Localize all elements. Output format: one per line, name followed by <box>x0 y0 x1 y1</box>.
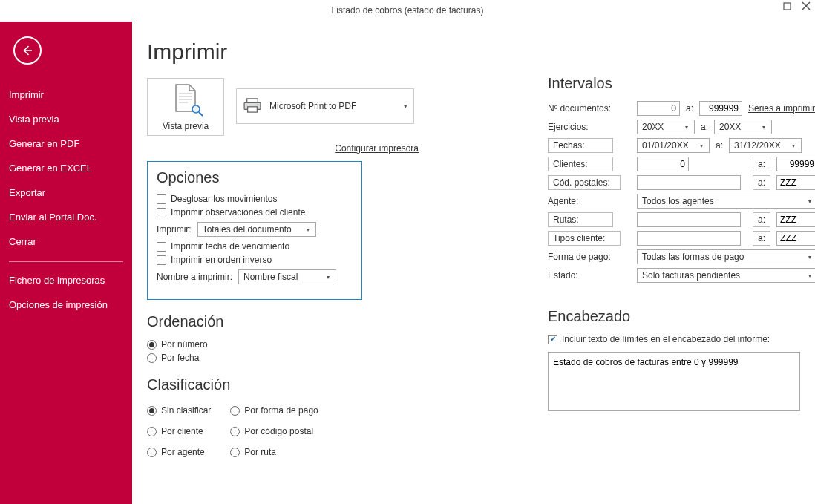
clientes-label[interactable]: Clientes: <box>548 157 613 171</box>
title-bar: Listado de cobros (estado de facturas) <box>0 0 815 21</box>
agente-value: Todos los agentes <box>642 196 714 206</box>
radio-por-forma-pago[interactable]: Por forma de pago <box>230 405 318 416</box>
ejercicios-to-value: 20XX <box>719 122 741 132</box>
cpostales-from-input[interactable] <box>637 175 741 190</box>
rutas-from-input[interactable] <box>637 212 741 227</box>
chevron-down-icon: ▾ <box>404 102 408 110</box>
radio-icon <box>230 427 240 436</box>
fechas-from-combo[interactable]: 01/01/20XX ▾ <box>637 138 710 153</box>
forma-pago-combo[interactable]: Todas las formas de pago ▾ <box>637 249 815 264</box>
tipos-from-input[interactable] <box>637 231 741 246</box>
radio-por-codigo-postal-label: Por código postal <box>244 426 313 436</box>
tipos-cliente-label[interactable]: Tipos cliente: <box>548 231 621 246</box>
sidebar-item-vista-previa[interactable]: Vista previa <box>0 107 132 131</box>
intervalos-title: Intervalos <box>548 75 800 92</box>
radio-por-fecha[interactable]: Por fecha <box>147 353 414 363</box>
clientes-from-input[interactable] <box>637 157 689 171</box>
sidebar-item-opciones-impresion[interactable]: Opciones de impresión <box>0 292 132 317</box>
window-close-icon[interactable] <box>802 1 811 10</box>
radio-por-codigo-postal[interactable]: Por código postal <box>230 426 318 436</box>
chevron-down-icon: ▾ <box>681 122 692 132</box>
encabezado-group: Encabezado ✔ Incluir texto de límites en… <box>548 308 800 413</box>
sidebar-item-exportar[interactable]: Exportar <box>0 180 132 205</box>
sidebar-item-enviar-portal[interactable]: Enviar al Portal Doc. <box>0 205 132 229</box>
imprimir-combo[interactable]: Totales del documento ▾ <box>197 222 316 237</box>
ejercicios-to-combo[interactable]: 20XX ▾ <box>714 120 772 134</box>
chevron-down-icon: ▾ <box>788 140 799 151</box>
radio-por-cliente[interactable]: Por cliente <box>147 426 211 436</box>
radio-por-ruta[interactable]: Por ruta <box>230 447 318 457</box>
chk-orden-inverso-label: Imprimir en orden inverso <box>171 255 272 265</box>
window-maximize-icon[interactable] <box>782 1 791 10</box>
radio-por-fecha-label: Por fecha <box>161 353 199 363</box>
chk-desglosar-label: Desglosar los movimientos <box>171 194 277 204</box>
encabezado-textarea[interactable] <box>548 352 800 411</box>
rutas-label[interactable]: Rutas: <box>548 212 613 227</box>
chevron-down-icon: ▾ <box>805 196 815 206</box>
checkbox-icon <box>157 255 166 265</box>
agente-combo[interactable]: Todos los agentes ▾ <box>637 194 815 209</box>
sidebar-item-generar-excel[interactable]: Generar en EXCEL <box>0 156 132 180</box>
a-label-boxed[interactable]: a: <box>753 157 770 171</box>
printer-icon <box>243 98 262 115</box>
ordenacion-group: Ordenación Por número Por fecha <box>147 313 414 363</box>
rutas-to-input[interactable] <box>776 212 815 227</box>
imprimir-label: Imprimir: <box>157 224 192 235</box>
ejercicios-from-combo[interactable]: 20XX ▾ <box>637 120 695 134</box>
sidebar-item-fichero-impresoras[interactable]: Fichero de impresoras <box>0 268 132 292</box>
fechas-label[interactable]: Fechas: <box>548 138 613 153</box>
checkbox-icon <box>157 194 166 204</box>
agente-label: Agente: <box>548 196 637 206</box>
sidebar-item-cerrar[interactable]: Cerrar <box>0 229 132 254</box>
radio-icon <box>230 406 240 416</box>
cpostales-label[interactable]: Cód. postales: <box>548 175 621 190</box>
chk-incluir-texto-limites[interactable]: ✔ Incluir texto de límites en el encabez… <box>548 334 800 344</box>
vista-previa-label: Vista previa <box>163 121 209 131</box>
svg-point-5 <box>257 104 258 105</box>
clientes-to-input[interactable] <box>776 157 815 171</box>
encabezado-title: Encabezado <box>548 308 800 325</box>
page-title: Imprimir <box>147 39 414 65</box>
printer-selector[interactable]: Microsoft Print to PDF ▾ <box>236 88 414 124</box>
fechas-to-combo[interactable]: 31/12/20XX ▾ <box>729 138 802 153</box>
radio-por-numero[interactable]: Por número <box>147 339 414 350</box>
radio-sin-clasificar-label: Sin clasificar <box>161 405 211 416</box>
opciones-title: Opciones <box>157 169 353 186</box>
radio-icon <box>147 427 157 436</box>
configure-printer-link[interactable]: Configurar impresora <box>335 143 419 154</box>
radio-icon <box>147 340 157 350</box>
forma-pago-value: Todas las formas de pago <box>642 252 744 262</box>
clasificacion-title: Clasificación <box>147 376 414 393</box>
radio-por-agente-label: Por agente <box>161 447 205 457</box>
chevron-down-icon: ▾ <box>696 140 707 151</box>
back-button[interactable] <box>13 36 42 65</box>
estado-combo[interactable]: Solo facturas pendientes ▾ <box>637 268 815 283</box>
checkbox-checked-icon: ✔ <box>548 335 557 344</box>
ejercicios-label: Ejercicios: <box>548 122 637 132</box>
nombre-imprimir-combo[interactable]: Nombre fiscal ▾ <box>238 269 336 284</box>
fechas-from-value: 01/01/20XX <box>642 140 689 151</box>
chk-desglosar[interactable]: Desglosar los movimientos <box>157 194 353 204</box>
chk-observaciones[interactable]: Imprimir observaciones del cliente <box>157 207 353 217</box>
radio-icon <box>147 448 157 457</box>
ndoc-from-input[interactable] <box>637 101 680 116</box>
vista-previa-button[interactable]: Vista previa <box>147 78 224 136</box>
cpostales-to-input[interactable] <box>776 175 815 190</box>
sidebar-item-generar-pdf[interactable]: Generar en PDF <box>0 131 132 156</box>
svg-rect-2 <box>247 98 258 102</box>
radio-por-agente[interactable]: Por agente <box>147 447 211 457</box>
a-label-boxed[interactable]: a: <box>753 212 770 227</box>
ndoc-to-input[interactable] <box>699 101 742 116</box>
chk-incluir-label: Incluir texto de límites en el encabezad… <box>562 334 770 344</box>
sidebar-item-imprimir[interactable]: Imprimir <box>0 82 132 107</box>
a-label: a: <box>686 103 693 114</box>
chk-orden-inverso[interactable]: Imprimir en orden inverso <box>157 255 353 265</box>
a-label-boxed[interactable]: a: <box>753 175 770 190</box>
radio-por-cliente-label: Por cliente <box>161 426 203 436</box>
series-imprimir-link[interactable]: Series a imprimir: <box>748 103 815 114</box>
tipos-to-input[interactable] <box>776 231 815 246</box>
estado-value: Solo facturas pendientes <box>642 270 740 281</box>
radio-sin-clasificar[interactable]: Sin clasificar <box>147 405 211 416</box>
a-label-boxed[interactable]: a: <box>753 231 770 246</box>
chk-fecha-vencimiento[interactable]: Imprimir fecha de vencimiento <box>157 241 353 252</box>
